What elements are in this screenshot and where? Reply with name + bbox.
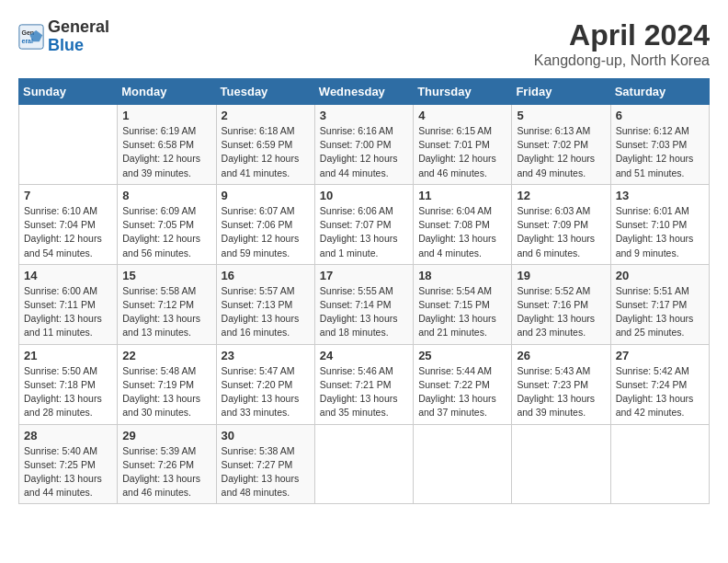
- day-number: 21: [24, 349, 112, 362]
- day-number: 26: [517, 349, 605, 362]
- day-info: Sunrise: 5:38 AM Sunset: 7:27 PM Dayligh…: [222, 444, 310, 500]
- day-number: 29: [122, 429, 210, 442]
- calendar-cell: 23Sunrise: 5:47 AM Sunset: 7:20 PM Dayli…: [216, 344, 314, 424]
- day-info: Sunrise: 6:12 AM Sunset: 7:03 PM Dayligh…: [616, 124, 704, 180]
- day-number: 10: [320, 189, 408, 202]
- day-number: 16: [222, 269, 310, 282]
- calendar-table: SundayMondayTuesdayWednesdayThursdayFrid…: [18, 78, 710, 504]
- calendar-cell: 12Sunrise: 6:03 AM Sunset: 7:09 PM Dayli…: [512, 184, 610, 264]
- day-info: Sunrise: 6:00 AM Sunset: 7:11 PM Dayligh…: [24, 284, 112, 340]
- day-info: Sunrise: 6:19 AM Sunset: 6:58 PM Dayligh…: [122, 124, 210, 180]
- week-row-2: 7Sunrise: 6:10 AM Sunset: 7:04 PM Daylig…: [19, 184, 710, 264]
- day-info: Sunrise: 5:54 AM Sunset: 7:15 PM Dayligh…: [418, 284, 506, 340]
- calendar-cell: [314, 424, 413, 504]
- calendar-cell: 18Sunrise: 5:54 AM Sunset: 7:15 PM Dayli…: [414, 264, 512, 344]
- calendar-cell: [512, 424, 610, 504]
- day-number: 28: [24, 429, 112, 442]
- day-info: Sunrise: 6:10 AM Sunset: 7:04 PM Dayligh…: [24, 204, 112, 260]
- day-number: 9: [222, 189, 310, 202]
- calendar-cell: 28Sunrise: 5:40 AM Sunset: 7:25 PM Dayli…: [19, 424, 118, 504]
- calendar-cell: 22Sunrise: 5:48 AM Sunset: 7:19 PM Dayli…: [118, 344, 216, 424]
- calendar-cell: 5Sunrise: 6:13 AM Sunset: 7:02 PM Daylig…: [512, 105, 610, 185]
- calendar-cell: 29Sunrise: 5:39 AM Sunset: 7:26 PM Dayli…: [118, 424, 216, 504]
- column-header-tuesday: Tuesday: [216, 79, 314, 105]
- calendar-cell: 11Sunrise: 6:04 AM Sunset: 7:08 PM Dayli…: [414, 184, 512, 264]
- day-info: Sunrise: 6:16 AM Sunset: 7:00 PM Dayligh…: [320, 124, 408, 180]
- day-number: 24: [320, 349, 408, 362]
- day-info: Sunrise: 6:15 AM Sunset: 7:01 PM Dayligh…: [418, 124, 506, 180]
- week-row-4: 21Sunrise: 5:50 AM Sunset: 7:18 PM Dayli…: [19, 344, 710, 424]
- column-header-friday: Friday: [512, 79, 610, 105]
- day-info: Sunrise: 5:50 AM Sunset: 7:18 PM Dayligh…: [24, 364, 112, 420]
- calendar-cell: 21Sunrise: 5:50 AM Sunset: 7:18 PM Dayli…: [19, 344, 118, 424]
- calendar-cell: 6Sunrise: 6:12 AM Sunset: 7:03 PM Daylig…: [610, 105, 709, 185]
- day-number: 7: [24, 189, 112, 202]
- calendar-subtitle: Kangdong-up, North Korea: [534, 52, 710, 69]
- day-info: Sunrise: 6:09 AM Sunset: 7:05 PM Dayligh…: [122, 204, 210, 260]
- calendar-cell: 27Sunrise: 5:42 AM Sunset: 7:24 PM Dayli…: [610, 344, 709, 424]
- calendar-cell: 26Sunrise: 5:43 AM Sunset: 7:23 PM Dayli…: [512, 344, 610, 424]
- day-info: Sunrise: 6:03 AM Sunset: 7:09 PM Dayligh…: [517, 204, 605, 260]
- day-info: Sunrise: 6:18 AM Sunset: 6:59 PM Dayligh…: [222, 124, 310, 180]
- day-info: Sunrise: 6:13 AM Sunset: 7:02 PM Dayligh…: [517, 124, 605, 180]
- calendar-cell: 1Sunrise: 6:19 AM Sunset: 6:58 PM Daylig…: [118, 105, 216, 185]
- day-info: Sunrise: 6:07 AM Sunset: 7:06 PM Dayligh…: [222, 204, 310, 260]
- calendar-cell: [19, 105, 118, 185]
- week-row-1: 1Sunrise: 6:19 AM Sunset: 6:58 PM Daylig…: [19, 105, 710, 185]
- calendar-cell: [414, 424, 512, 504]
- column-header-thursday: Thursday: [414, 79, 512, 105]
- day-info: Sunrise: 5:58 AM Sunset: 7:12 PM Dayligh…: [122, 284, 210, 340]
- calendar-cell: 4Sunrise: 6:15 AM Sunset: 7:01 PM Daylig…: [414, 105, 512, 185]
- calendar-title: April 2024: [534, 18, 710, 52]
- day-info: Sunrise: 5:47 AM Sunset: 7:20 PM Dayligh…: [222, 364, 310, 420]
- column-header-saturday: Saturday: [610, 79, 709, 105]
- day-number: 14: [24, 269, 112, 282]
- calendar-cell: 10Sunrise: 6:06 AM Sunset: 7:07 PM Dayli…: [314, 184, 413, 264]
- day-info: Sunrise: 6:01 AM Sunset: 7:10 PM Dayligh…: [616, 204, 704, 260]
- day-info: Sunrise: 5:52 AM Sunset: 7:16 PM Dayligh…: [517, 284, 605, 340]
- day-number: 20: [616, 269, 704, 282]
- day-info: Sunrise: 5:51 AM Sunset: 7:17 PM Dayligh…: [616, 284, 704, 340]
- calendar-cell: 15Sunrise: 5:58 AM Sunset: 7:12 PM Dayli…: [118, 264, 216, 344]
- calendar-cell: 14Sunrise: 6:00 AM Sunset: 7:11 PM Dayli…: [19, 264, 118, 344]
- calendar-cell: [610, 424, 709, 504]
- logo-icon: Gen eral: [18, 24, 44, 50]
- logo: Gen eral General Blue: [18, 18, 109, 55]
- day-number: 3: [320, 109, 408, 122]
- calendar-cell: 17Sunrise: 5:55 AM Sunset: 7:14 PM Dayli…: [314, 264, 413, 344]
- calendar-cell: 2Sunrise: 6:18 AM Sunset: 6:59 PM Daylig…: [216, 105, 314, 185]
- column-header-sunday: Sunday: [19, 79, 118, 105]
- logo-blue: Blue: [48, 37, 109, 55]
- calendar-cell: 9Sunrise: 6:07 AM Sunset: 7:06 PM Daylig…: [216, 184, 314, 264]
- column-header-monday: Monday: [118, 79, 216, 105]
- day-number: 30: [222, 429, 310, 442]
- day-info: Sunrise: 5:39 AM Sunset: 7:26 PM Dayligh…: [122, 444, 210, 500]
- day-info: Sunrise: 5:44 AM Sunset: 7:22 PM Dayligh…: [418, 364, 506, 420]
- day-number: 6: [616, 109, 704, 122]
- column-header-wednesday: Wednesday: [314, 79, 413, 105]
- calendar-cell: 19Sunrise: 5:52 AM Sunset: 7:16 PM Dayli…: [512, 264, 610, 344]
- header: Gen eral General Blue April 2024 Kangdon…: [18, 18, 710, 69]
- calendar-cell: 7Sunrise: 6:10 AM Sunset: 7:04 PM Daylig…: [19, 184, 118, 264]
- day-info: Sunrise: 5:43 AM Sunset: 7:23 PM Dayligh…: [517, 364, 605, 420]
- day-number: 1: [122, 109, 210, 122]
- day-number: 12: [517, 189, 605, 202]
- day-info: Sunrise: 5:42 AM Sunset: 7:24 PM Dayligh…: [616, 364, 704, 420]
- day-info: Sunrise: 5:46 AM Sunset: 7:21 PM Dayligh…: [320, 364, 408, 420]
- calendar-cell: 20Sunrise: 5:51 AM Sunset: 7:17 PM Dayli…: [610, 264, 709, 344]
- svg-text:eral: eral: [22, 38, 34, 44]
- day-number: 2: [222, 109, 310, 122]
- logo-text: General Blue: [48, 18, 109, 55]
- week-row-3: 14Sunrise: 6:00 AM Sunset: 7:11 PM Dayli…: [19, 264, 710, 344]
- day-info: Sunrise: 5:57 AM Sunset: 7:13 PM Dayligh…: [222, 284, 310, 340]
- calendar-cell: 30Sunrise: 5:38 AM Sunset: 7:27 PM Dayli…: [216, 424, 314, 504]
- day-info: Sunrise: 5:55 AM Sunset: 7:14 PM Dayligh…: [320, 284, 408, 340]
- day-info: Sunrise: 5:40 AM Sunset: 7:25 PM Dayligh…: [24, 444, 112, 500]
- day-number: 5: [517, 109, 605, 122]
- day-number: 13: [616, 189, 704, 202]
- day-info: Sunrise: 6:04 AM Sunset: 7:08 PM Dayligh…: [418, 204, 506, 260]
- day-number: 8: [122, 189, 210, 202]
- day-number: 23: [222, 349, 310, 362]
- day-number: 27: [616, 349, 704, 362]
- day-number: 22: [122, 349, 210, 362]
